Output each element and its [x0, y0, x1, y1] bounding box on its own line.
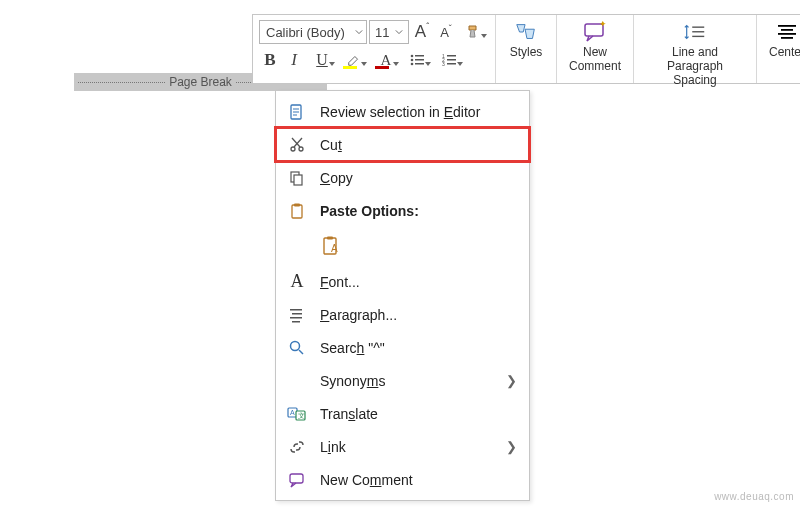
- new-comment-button[interactable]: ✦ New Comment: [563, 18, 627, 74]
- highlight-button[interactable]: [339, 48, 369, 72]
- menu-label: Translate: [320, 406, 378, 422]
- menu-label: Cut: [320, 137, 342, 153]
- bold-button[interactable]: B: [259, 48, 281, 72]
- styles-button[interactable]: Styles: [502, 18, 550, 60]
- svg-point-27: [299, 147, 303, 151]
- menu-label: Paste Options:: [320, 203, 419, 219]
- styles-icon: [514, 20, 538, 44]
- shrink-font-button[interactable]: Aˇ: [435, 20, 457, 44]
- center-group: Center: [757, 15, 800, 83]
- center-button[interactable]: Center: [763, 18, 800, 60]
- clipboard-icon: [286, 200, 308, 222]
- paragraph-icon: [286, 304, 308, 326]
- copy-icon: [286, 167, 308, 189]
- font-size-combo[interactable]: 11: [369, 20, 409, 44]
- menu-search[interactable]: Search "^": [276, 331, 529, 364]
- underline-button[interactable]: U: [307, 48, 337, 72]
- scissors-icon: [286, 134, 308, 156]
- bullets-button[interactable]: [403, 48, 433, 72]
- svg-rect-7: [447, 55, 456, 57]
- numbering-icon: 123: [442, 53, 458, 67]
- page-break-label: Page Break: [169, 75, 232, 89]
- menu-label: Paragraph...: [320, 307, 397, 323]
- svg-point-2: [411, 59, 414, 62]
- svg-rect-33: [327, 237, 333, 240]
- numbering-button[interactable]: 123: [435, 48, 465, 72]
- svg-rect-44: [290, 474, 303, 483]
- mini-toolbar: Calibri (Body) 11 Aˆ Aˇ B I U: [252, 14, 800, 84]
- menu-paragraph[interactable]: Paragraph...: [276, 298, 529, 331]
- menu-translate[interactable]: A文 Translate: [276, 397, 529, 430]
- new-comment-label: New Comment: [569, 46, 621, 74]
- italic-label: I: [291, 50, 297, 70]
- bold-label: B: [264, 50, 275, 70]
- align-center-icon: [775, 20, 799, 44]
- menu-review-in-editor[interactable]: Review selection in Editor: [276, 95, 529, 128]
- chevron-down-icon: [395, 28, 403, 36]
- menu-copy[interactable]: Copy: [276, 161, 529, 194]
- grow-font-button[interactable]: Aˆ: [411, 20, 433, 44]
- svg-rect-3: [415, 59, 424, 61]
- font-name-combo[interactable]: Calibri (Body): [259, 20, 367, 44]
- line-spacing-icon: [683, 20, 707, 44]
- font-size-value: 11: [375, 25, 389, 40]
- bullets-icon: [410, 53, 426, 67]
- format-painter-icon: [466, 24, 482, 40]
- chevron-right-icon: ❯: [506, 373, 517, 388]
- translate-icon: A文: [286, 403, 308, 425]
- menu-new-comment[interactable]: New Comment: [276, 463, 529, 496]
- menu-paste-text-only[interactable]: A: [276, 227, 529, 265]
- menu-paste-options-header: Paste Options:: [276, 194, 529, 227]
- svg-rect-1: [415, 55, 424, 57]
- chevron-right-icon: ❯: [506, 439, 517, 454]
- styles-group: Styles: [496, 15, 557, 83]
- svg-point-0: [411, 55, 414, 58]
- svg-rect-16: [692, 36, 704, 37]
- svg-point-39: [291, 341, 300, 350]
- svg-point-26: [291, 147, 295, 151]
- svg-rect-5: [415, 63, 424, 65]
- menu-link[interactable]: Link ❯: [276, 430, 529, 463]
- svg-rect-14: [692, 26, 704, 27]
- paste-text-icon: A: [321, 235, 343, 257]
- svg-text:3: 3: [442, 61, 445, 67]
- comment-icon: ✦: [583, 20, 607, 44]
- format-painter-button[interactable]: [459, 20, 489, 44]
- svg-rect-30: [292, 205, 302, 218]
- svg-rect-38: [292, 321, 300, 323]
- menu-label: Search "^": [320, 340, 385, 356]
- watermark: www.deuaq.com: [714, 491, 794, 502]
- comment-icon: [286, 469, 308, 491]
- svg-rect-17: [778, 25, 796, 27]
- line-spacing-label: Line and Paragraph Spacing: [646, 46, 744, 87]
- menu-label: Synonyms: [320, 373, 385, 389]
- line-spacing-button[interactable]: Line and Paragraph Spacing: [640, 18, 750, 87]
- svg-point-4: [411, 63, 414, 66]
- svg-rect-15: [692, 31, 704, 32]
- menu-synonyms[interactable]: Synonyms ❯: [276, 364, 529, 397]
- svg-text:✦: ✦: [599, 21, 607, 29]
- font-group: Calibri (Body) 11 Aˆ Aˇ B I U: [253, 15, 496, 83]
- blank-icon: [286, 370, 308, 392]
- link-icon: [286, 436, 308, 458]
- font-color-button[interactable]: A: [371, 48, 401, 72]
- svg-rect-31: [294, 203, 300, 206]
- menu-label: Link: [320, 439, 346, 455]
- underline-label: U: [316, 51, 328, 69]
- svg-rect-37: [290, 317, 302, 319]
- menu-cut[interactable]: Cut: [276, 128, 529, 161]
- svg-rect-35: [290, 309, 302, 311]
- svg-rect-20: [781, 37, 793, 39]
- font-icon: A: [286, 271, 308, 293]
- svg-rect-18: [781, 29, 793, 31]
- grow-font-label: A: [415, 22, 426, 42]
- new-comment-group: ✦ New Comment: [557, 15, 634, 83]
- svg-rect-29: [294, 175, 302, 185]
- highlight-icon: [347, 53, 361, 67]
- styles-label: Styles: [510, 46, 543, 60]
- center-label: Center: [769, 46, 800, 60]
- shrink-font-label: A: [440, 25, 449, 40]
- italic-button[interactable]: I: [283, 48, 305, 72]
- menu-font[interactable]: A Font...: [276, 265, 529, 298]
- svg-rect-11: [447, 63, 456, 65]
